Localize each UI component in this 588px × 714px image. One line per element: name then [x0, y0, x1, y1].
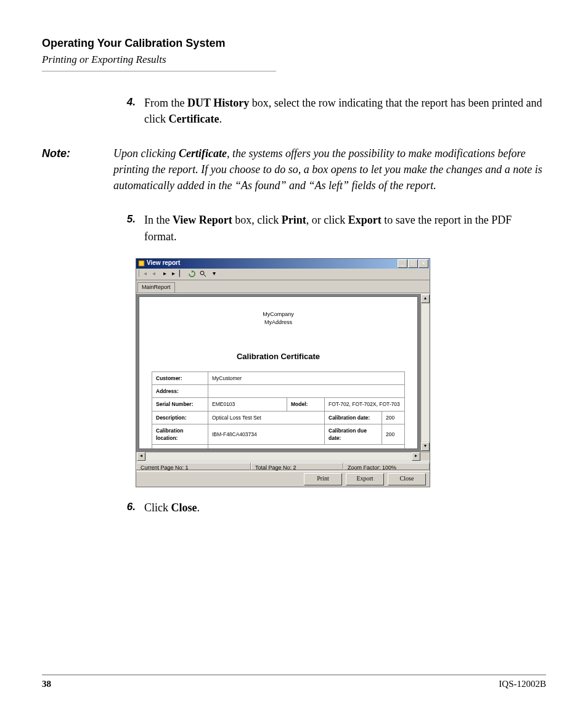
label-cal-loc: Calibration location:: [152, 424, 208, 445]
note: Note: Upon clicking Certificate, the sys…: [42, 145, 546, 193]
svg-point-1: [200, 271, 204, 275]
step-text: In the View Report box, click Print, or …: [144, 212, 546, 244]
titlebar[interactable]: View report _ □ ×: [136, 259, 430, 269]
export-button[interactable]: Export: [346, 473, 384, 485]
step-number: 5.: [115, 212, 144, 244]
view-report-window: View report _ □ × ▏◂ ◂ ▸ ▸▕ ▾: [136, 258, 430, 487]
status-current-page: Current Page No: 1: [136, 463, 251, 470]
label-comments: Comments:: [152, 445, 208, 449]
scroll-left-icon[interactable]: ◂: [137, 452, 145, 461]
vertical-scrollbar[interactable]: ▴ ▾: [420, 294, 430, 452]
button-bar: Print Export Close: [136, 471, 430, 487]
first-page-icon[interactable]: ▏◂: [138, 270, 147, 278]
section-subtitle: Printing or Exporting Results: [42, 54, 546, 66]
note-label: Note:: [42, 145, 113, 193]
label-serial: Serial Number:: [152, 398, 208, 411]
step-5: 5. In the View Report box, click Print, …: [115, 212, 546, 244]
doc-id: IQS-12002B: [499, 679, 546, 689]
minimize-button[interactable]: _: [398, 259, 407, 268]
status-zoom: Zoom Factor: 100%: [343, 463, 430, 470]
value-cal-date: 200: [382, 411, 405, 424]
label-cal-due: Calibration due date:: [325, 424, 382, 445]
value-cal-loc: IBM-F48CA403734: [208, 424, 325, 445]
tab-main-report[interactable]: MainReport: [137, 282, 175, 293]
scroll-corner: [421, 452, 430, 461]
footer-rule: [42, 675, 546, 675]
value-description: Optical Loss Test Set: [208, 411, 325, 424]
scroll-track-h[interactable]: [146, 453, 411, 460]
window-title: View report: [147, 259, 398, 268]
label-description: Description:: [152, 411, 208, 424]
report-page: MyCompany MyAddress Calibration Certific…: [139, 296, 418, 449]
value-model: FOT-702, FOT-702X, FOT-703: [325, 398, 405, 411]
label-address: Address:: [152, 384, 208, 397]
label-model: Model:: [287, 398, 325, 411]
page-number: 38: [42, 679, 51, 689]
toolbar: ▏◂ ◂ ▸ ▸▕ ▾: [136, 269, 430, 280]
tab-bar: MainReport: [136, 280, 430, 293]
scroll-down-icon[interactable]: ▾: [421, 442, 430, 451]
print-button[interactable]: Print: [304, 473, 342, 485]
report-table: Customer: MyCustomer Address: Serial Num…: [152, 371, 405, 449]
section-title: Operating Your Calibration System: [42, 37, 546, 50]
value-address: [208, 384, 405, 397]
report-title: Calibration Certificate: [152, 351, 405, 363]
scroll-up-icon[interactable]: ▴: [421, 294, 430, 303]
value-customer: MyCustomer: [208, 371, 405, 384]
value-serial: EME0103: [208, 398, 287, 411]
label-cal-date: Calibration date:: [325, 411, 382, 424]
note-text: Upon clicking Certificate, the systems o…: [113, 145, 546, 193]
page-footer: 38 IQS-12002B: [42, 675, 546, 689]
document-viewport[interactable]: MyCompany MyAddress Calibration Certific…: [136, 294, 420, 452]
next-page-icon[interactable]: ▸: [160, 270, 169, 278]
scroll-track[interactable]: [422, 304, 429, 442]
svg-rect-0: [139, 261, 144, 266]
header-rule: [42, 71, 276, 71]
value-cal-due: 200: [382, 424, 405, 445]
value-comments: First verification on this device.: [208, 445, 405, 449]
refresh-icon[interactable]: [187, 270, 196, 278]
search-icon[interactable]: [198, 270, 207, 278]
step-number: 4.: [115, 95, 144, 127]
status-total-pages: Total Page No: 2: [251, 463, 343, 470]
label-customer: Customer:: [152, 371, 208, 384]
app-icon: [137, 260, 145, 267]
step-number: 6.: [115, 500, 144, 516]
close-button[interactable]: Close: [388, 473, 426, 485]
scroll-right-icon[interactable]: ▸: [412, 452, 420, 461]
step-text: From the DUT History box, select the row…: [144, 95, 546, 127]
step-text: Click Close.: [144, 500, 546, 516]
maximize-button[interactable]: □: [408, 259, 418, 268]
dropdown-icon[interactable]: ▾: [210, 270, 218, 278]
close-window-button[interactable]: ×: [419, 259, 428, 268]
step-6: 6. Click Close.: [115, 500, 546, 516]
report-company: MyCompany: [152, 310, 405, 318]
horizontal-scrollbar[interactable]: ◂ ▸: [136, 452, 430, 461]
step-4: 4. From the DUT History box, select the …: [115, 95, 546, 127]
status-bar: Current Page No: 1 Total Page No: 2 Zoom…: [136, 461, 430, 471]
last-page-icon[interactable]: ▸▕: [171, 270, 180, 278]
svg-line-2: [203, 275, 206, 277]
report-address: MyAddress: [152, 318, 405, 327]
prev-page-icon[interactable]: ◂: [149, 270, 158, 278]
